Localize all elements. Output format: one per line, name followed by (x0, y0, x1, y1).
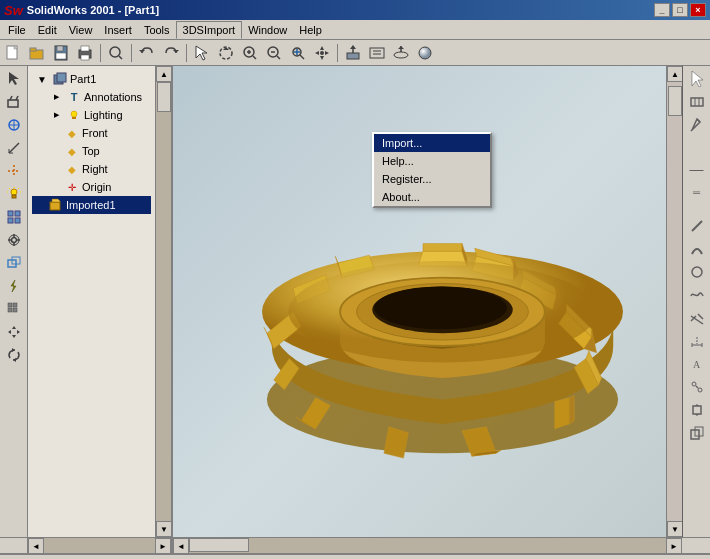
viewport-scrollbar[interactable]: ▲ ▼ (666, 66, 682, 537)
view-orient-button[interactable] (366, 42, 388, 64)
svg-marker-35 (350, 45, 356, 49)
minimize-button[interactable]: _ (654, 3, 670, 17)
toolbar-separator-1 (100, 44, 101, 62)
tree-item-annotations[interactable]: ▶ T Annotations (32, 88, 151, 106)
tree-item-front[interactable]: ◆ Front (32, 124, 151, 142)
open-button[interactable] (26, 42, 48, 64)
tree-item-annotations-label: Annotations (84, 91, 142, 103)
rotate-view-button[interactable] (390, 42, 412, 64)
rt-pen[interactable] (686, 114, 708, 136)
menu-help[interactable]: Help (293, 22, 328, 38)
menu-about[interactable]: About... (374, 188, 490, 206)
svg-rect-127 (691, 98, 703, 106)
menu-edit[interactable]: Edit (32, 22, 63, 38)
tree-scroll-left[interactable]: ◄ (28, 538, 44, 554)
rt-select-arrow[interactable] (686, 68, 708, 90)
tree-scroll-thumb[interactable] (157, 82, 171, 112)
tree-scroll-down[interactable]: ▼ (156, 521, 172, 537)
rt-diag-line[interactable] (686, 215, 708, 237)
lt-grid[interactable] (3, 298, 25, 320)
lt-measure[interactable] (3, 137, 25, 159)
zoom-fit-button[interactable] (287, 42, 309, 64)
lt-settings[interactable] (3, 229, 25, 251)
menu-import[interactable]: Import... (374, 134, 490, 152)
tree-item-front-label: Front (82, 127, 108, 139)
svg-rect-76 (8, 308, 12, 312)
svg-point-65 (11, 238, 16, 243)
lt-rotate2[interactable] (3, 344, 25, 366)
lt-bolt[interactable] (3, 275, 25, 297)
svg-line-60 (9, 188, 10, 189)
tree-item-part1-label: Part1 (70, 73, 96, 85)
rt-line1[interactable]: — (686, 158, 708, 180)
new-button[interactable] (2, 42, 24, 64)
lt-select[interactable] (3, 68, 25, 90)
rotate-button[interactable] (215, 42, 237, 64)
print-button[interactable] (74, 42, 96, 64)
lt-feature[interactable] (3, 114, 25, 136)
viewport-scroll-down[interactable]: ▼ (667, 521, 682, 537)
save-button[interactable] (50, 42, 72, 64)
pan-button[interactable] (311, 42, 333, 64)
tree-item-lighting[interactable]: ▶ Lighting (32, 106, 151, 124)
lt-move[interactable] (3, 321, 25, 343)
viewport-h-scroll-left[interactable]: ◄ (173, 538, 189, 554)
tree-item-top[interactable]: ◆ Top (32, 142, 151, 160)
select-button[interactable] (191, 42, 213, 64)
rt-arc[interactable] (686, 238, 708, 260)
viewport-h-scroll-right[interactable]: ► (666, 538, 682, 554)
close-button[interactable]: × (690, 3, 706, 17)
lt-assembly[interactable] (3, 252, 25, 274)
lt-light[interactable] (3, 183, 25, 205)
rt-circle[interactable] (686, 261, 708, 283)
rt-line2[interactable]: ═ (686, 181, 708, 203)
rt-trim[interactable] (686, 307, 708, 329)
normal-to-button[interactable] (342, 42, 364, 64)
menu-3dsimport[interactable]: 3DSImport (176, 21, 243, 39)
zoom-out-button[interactable] (263, 42, 285, 64)
undo-button[interactable] (136, 42, 158, 64)
svg-marker-146 (695, 404, 699, 406)
tree-scroll-up[interactable]: ▲ (156, 66, 172, 82)
viewport-scroll-up[interactable]: ▲ (667, 66, 682, 82)
svg-rect-85 (57, 73, 66, 82)
tree-scroll-right[interactable]: ► (155, 538, 171, 554)
tree-scrollbar[interactable]: ▲ ▼ (155, 66, 171, 537)
menu-help-item[interactable]: Help... (374, 152, 490, 170)
svg-marker-14 (196, 46, 207, 60)
toolbar-separator-4 (337, 44, 338, 62)
menu-insert[interactable]: Insert (98, 22, 138, 38)
maximize-button[interactable]: □ (672, 3, 688, 17)
right-toolbar: — ═ A (682, 66, 710, 537)
tree-item-imported1[interactable]: Imported1 (32, 196, 151, 214)
menu-tools[interactable]: Tools (138, 22, 176, 38)
tree-item-part1[interactable]: ▼ Part1 (32, 70, 151, 88)
viewport-scroll-thumb[interactable] (668, 86, 682, 116)
svg-rect-43 (8, 100, 18, 107)
tree-item-origin[interactable]: ✛ Origin (32, 178, 151, 196)
rt-dimension[interactable] (686, 330, 708, 352)
menu-register[interactable]: Register... (374, 170, 490, 188)
viewport-h-thumb[interactable] (189, 538, 249, 552)
rt-relations[interactable] (686, 376, 708, 398)
lt-explode[interactable] (3, 206, 25, 228)
part1-icon (52, 71, 68, 87)
rt-move-entities[interactable] (686, 399, 708, 421)
lt-sketch[interactable] (3, 91, 25, 113)
zoom-in-button[interactable] (239, 42, 261, 64)
rt-copy-entities[interactable] (686, 422, 708, 444)
rt-spline[interactable] (686, 284, 708, 306)
lt-reference[interactable] (3, 160, 25, 182)
viewport[interactable]: ▲ ▼ Import... Help... Register... About.… (173, 66, 682, 537)
rt-zoom[interactable] (686, 91, 708, 113)
title-bar-buttons[interactable]: _ □ × (654, 3, 706, 17)
tree-item-right[interactable]: ◆ Right (32, 160, 151, 178)
shaded-button[interactable] (414, 42, 436, 64)
menu-file[interactable]: File (2, 22, 32, 38)
menu-window[interactable]: Window (242, 22, 293, 38)
rt-text[interactable]: A (686, 353, 708, 375)
zoom-button[interactable] (105, 42, 127, 64)
svg-rect-87 (72, 117, 76, 119)
menu-view[interactable]: View (63, 22, 99, 38)
redo-button[interactable] (160, 42, 182, 64)
